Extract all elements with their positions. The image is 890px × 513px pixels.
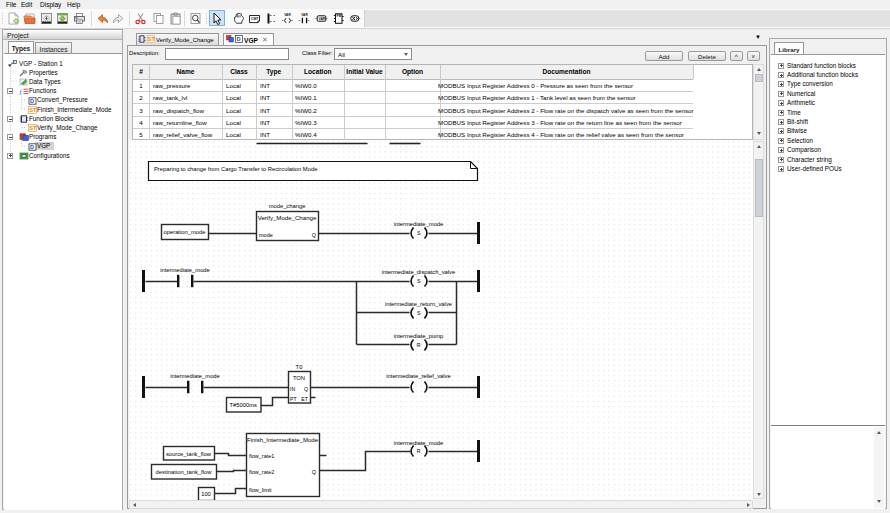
svg-text:VAR: VAR	[318, 17, 325, 21]
svg-text:D: D	[30, 98, 34, 104]
svg-text:mode: mode	[259, 232, 273, 238]
svg-text:T#5000ms: T#5000ms	[230, 402, 257, 408]
svg-text:ET: ET	[301, 396, 308, 402]
svg-text:S: S	[417, 278, 421, 284]
svg-text:f: f	[20, 88, 23, 96]
svg-text:intermediate_mode: intermediate_mode	[394, 221, 444, 227]
svg-text:Finish_Intermediate_Mode: Finish_Intermediate_Mode	[247, 437, 319, 443]
svg-text:intermediate_dispatch_valve: intermediate_dispatch_valve	[382, 269, 455, 275]
svg-text:ST: ST	[148, 36, 155, 42]
svg-text:intermediate_relief_valve: intermediate_relief_valve	[386, 373, 450, 379]
svg-text:PT: PT	[290, 396, 297, 402]
svg-text:100: 100	[201, 491, 211, 497]
svg-text:operation_mode: operation_mode	[164, 229, 206, 235]
svg-text:Q: Q	[304, 386, 308, 392]
svg-text:intermediate_mode: intermediate_mode	[394, 440, 444, 446]
svg-text:VAR: VAR	[301, 13, 308, 17]
svg-text:TON: TON	[293, 375, 305, 381]
svg-text:Preparing to change from Cargo: Preparing to change from Cargo Transfer …	[154, 166, 317, 172]
svg-text:intermediate_mode: intermediate_mode	[160, 267, 210, 273]
svg-text:source_tank_flow: source_tank_flow	[166, 451, 212, 457]
svg-text:R: R	[417, 448, 421, 454]
svg-text:S: S	[417, 310, 421, 316]
svg-text:Verify_Mode_Change: Verify_Mode_Change	[258, 214, 317, 221]
svg-text:ST: ST	[29, 107, 37, 113]
svg-text:flow_limit: flow_limit	[249, 487, 272, 493]
svg-text:R: R	[417, 342, 421, 348]
svg-text:intermediate_pump: intermediate_pump	[394, 333, 444, 339]
svg-text:T0: T0	[296, 364, 303, 370]
svg-text:ST: ST	[29, 125, 37, 131]
svg-text:intermediate_mode: intermediate_mode	[170, 373, 220, 379]
svg-text:Q: Q	[312, 469, 317, 475]
svg-text:intermediate_return_valve: intermediate_return_valve	[385, 301, 452, 307]
svg-text:S: S	[417, 230, 421, 236]
svg-text:flow_rate1: flow_rate1	[249, 453, 274, 459]
svg-text:D: D	[237, 36, 241, 42]
svg-text:mode_change: mode_change	[269, 203, 306, 209]
svg-text:flow_rate2: flow_rate2	[249, 469, 274, 475]
svg-text:CMT: CMT	[251, 17, 259, 21]
svg-text:D: D	[30, 144, 34, 150]
svg-text:VAR: VAR	[284, 13, 291, 17]
svg-text:IN: IN	[290, 386, 295, 392]
svg-text:FB: FB	[337, 14, 342, 18]
svg-text:destination_tank_flow: destination_tank_flow	[156, 469, 213, 475]
svg-text:Q: Q	[312, 232, 317, 238]
